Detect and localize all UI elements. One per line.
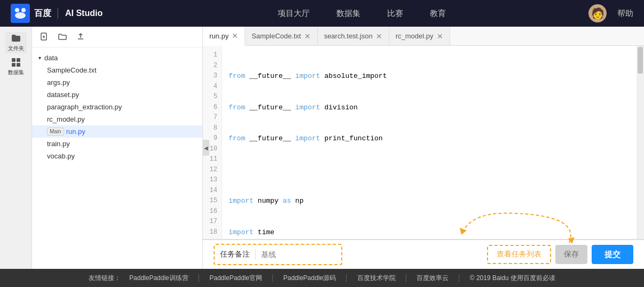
header-right: 🧑 帮助	[588, 4, 633, 22]
upload-icon	[76, 33, 85, 41]
file-samplecode[interactable]: SampleCode.txt	[32, 64, 202, 76]
file-args[interactable]: args.py	[32, 76, 202, 89]
main-nav: 项目大厅 数据集 比赛 教育	[135, 9, 588, 19]
view-tasks-button[interactable]: 查看任务列表	[487, 245, 551, 264]
logo[interactable]: 百度 │ AI Studio	[11, 4, 103, 23]
sidebar: 文件夹 数据集	[0, 27, 32, 269]
file-paragraph[interactable]: paragraph_extraction.py	[32, 101, 202, 113]
footer-link-paddlecamp[interactable]: PaddlePaddle训练营	[129, 274, 189, 283]
nav-projects[interactable]: 项目大厅	[278, 9, 310, 19]
collapse-panel-arrow[interactable]: ◀	[203, 140, 209, 156]
upload-button[interactable]	[75, 31, 87, 43]
file-rcmodel[interactable]: rc_model.py	[32, 113, 202, 125]
header: 百度 │ AI Studio 项目大厅 数据集 比赛 教育 🧑 帮助	[0, 0, 644, 27]
tab-label: run.py	[209, 32, 229, 40]
svg-rect-4	[17, 58, 20, 62]
baseline-input[interactable]	[256, 250, 341, 259]
new-folder-icon	[58, 33, 67, 41]
folder-data[interactable]: ▾ data	[32, 52, 202, 64]
file-tree: ▾ data SampleCode.txt args.py dataset.py…	[32, 47, 202, 269]
sidebar-item-datasets[interactable]: 数据集	[5, 56, 27, 77]
file-name: paragraph_extraction.py	[47, 103, 122, 111]
tab-rcmodel[interactable]: rc_model.py ✕	[389, 27, 450, 45]
svg-point-2	[15, 12, 26, 19]
file-name: train.py	[47, 140, 70, 148]
new-folder-button[interactable]	[57, 31, 68, 43]
tab-close-samplecode[interactable]: ✕	[304, 33, 311, 40]
footer-link-paddlesource[interactable]: PaddlePaddle源码	[284, 274, 336, 283]
tab-label: SampleCode.txt	[252, 32, 301, 40]
task-input-group: 任务备注	[214, 244, 342, 265]
help-link[interactable]: 帮助	[617, 9, 633, 19]
svg-rect-5	[12, 63, 15, 67]
footer-prefix: 友情链接：	[89, 274, 121, 283]
baidu-text: 百度	[34, 8, 51, 19]
nav-datasets[interactable]: 数据集	[336, 9, 360, 19]
baidu-logo-icon	[11, 4, 30, 23]
tab-label: rc_model.py	[396, 32, 434, 40]
code-content: 1234 5678 9101112 13141516 17181920 2122…	[203, 46, 644, 239]
task-note-label: 任务备注	[215, 250, 256, 259]
file-panel: ▾ data SampleCode.txt args.py dataset.py…	[32, 27, 203, 269]
file-name: dataset.py	[47, 91, 79, 99]
tabs-bar: run.py ✕ SampleCode.txt ✕ search.test.js…	[203, 27, 644, 46]
main-content: 文件夹 数据集	[0, 27, 644, 269]
file-vocab[interactable]: vocab.py	[32, 150, 202, 162]
tab-runpy[interactable]: run.py ✕	[203, 27, 245, 46]
chevron-down-icon: ▾	[38, 55, 41, 61]
file-name: SampleCode.txt	[47, 66, 97, 74]
file-name: args.py	[47, 78, 70, 86]
folder-icon	[11, 33, 21, 44]
svg-point-1	[21, 8, 26, 12]
footer-link-baiduefficiency[interactable]: 百度效率云	[417, 274, 449, 283]
scrollbar-thumb[interactable]	[638, 47, 643, 74]
nav-competitions[interactable]: 比赛	[387, 9, 403, 19]
main-badge: Main	[47, 127, 64, 135]
sidebar-datasets-label: 数据集	[8, 69, 24, 76]
tab-searchtest[interactable]: search.test.json ✕	[318, 27, 389, 45]
scrollbar-track[interactable]	[637, 46, 644, 239]
folder-name: data	[44, 54, 58, 62]
avatar[interactable]: 🧑	[588, 4, 607, 22]
sidebar-item-files[interactable]: 文件夹	[5, 32, 27, 53]
separator: │	[56, 9, 61, 18]
svg-rect-6	[17, 63, 20, 67]
submit-button[interactable]: 提交	[592, 245, 633, 264]
file-train[interactable]: train.py	[32, 138, 202, 150]
tab-samplecode[interactable]: SampleCode.txt ✕	[245, 27, 318, 45]
footer-copyright: © 2019 Baidu 使用百度前必读	[470, 274, 555, 283]
tab-label: search.test.json	[324, 32, 373, 40]
grid-icon	[11, 57, 21, 68]
nav-education[interactable]: 教育	[430, 9, 446, 19]
footer-link-baidutechacademy[interactable]: 百度技术学院	[357, 274, 396, 283]
file-name: vocab.py	[47, 152, 75, 160]
sidebar-files-label: 文件夹	[8, 45, 24, 52]
tab-close-runpy[interactable]: ✕	[232, 32, 238, 39]
svg-point-0	[15, 8, 19, 12]
new-file-button[interactable]	[38, 31, 50, 43]
file-name: rc_model.py	[47, 115, 85, 123]
save-button[interactable]: 保存	[555, 245, 587, 264]
studio-label: AI Studio	[65, 9, 103, 18]
new-file-icon	[40, 33, 49, 41]
editor-area: ◀ run.py ✕ SampleCode.txt ✕ search.test.…	[203, 27, 644, 269]
footer: 友情链接： PaddlePaddle训练营 │ PaddlePaddle官网 │…	[0, 269, 644, 287]
tab-close-rcmodel[interactable]: ✕	[437, 33, 443, 40]
tab-close-searchtest[interactable]: ✕	[376, 33, 382, 40]
footer-link-paddleofficial[interactable]: PaddlePaddle官网	[209, 274, 262, 283]
bottom-bar: 任务备注 查看任务列表 保存 提交	[203, 239, 644, 269]
file-dataset[interactable]: dataset.py	[32, 89, 202, 101]
file-toolbar	[32, 27, 202, 47]
code-editor[interactable]: 1234 5678 9101112 13141516 17181920 2122…	[203, 46, 644, 239]
right-actions: 查看任务列表 保存 提交	[487, 245, 633, 264]
code-lines: from __future__ import absolute_import f…	[222, 46, 644, 239]
svg-rect-3	[12, 58, 15, 62]
file-runpy[interactable]: Main run.py	[32, 125, 202, 138]
file-name: run.py	[66, 127, 85, 135]
